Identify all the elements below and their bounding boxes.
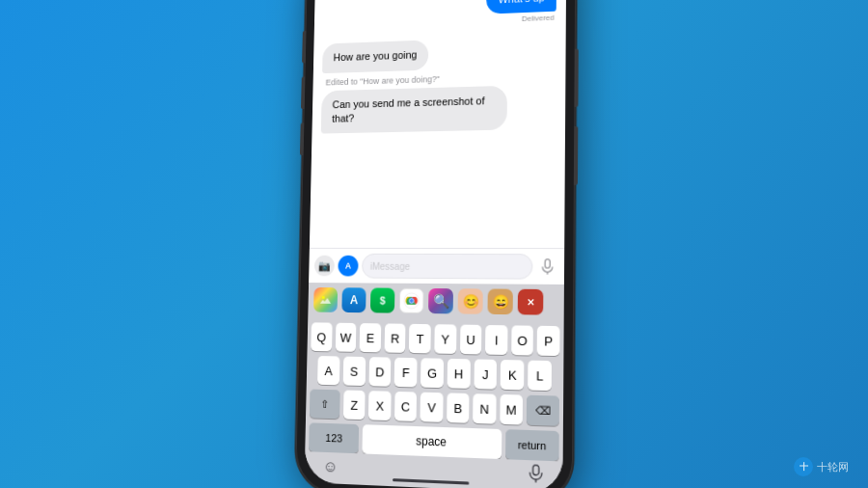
key-B[interactable]: B (447, 393, 470, 422)
numbers-key[interactable]: 123 (309, 422, 360, 453)
svg-rect-8 (533, 465, 539, 475)
appstore-icon[interactable]: A (338, 256, 358, 277)
key-M[interactable]: M (500, 394, 523, 425)
key-P[interactable]: P (537, 326, 559, 356)
app-icon-appstore[interactable]: A (341, 287, 366, 312)
space-key[interactable]: space (363, 424, 502, 459)
svg-rect-0 (545, 259, 550, 268)
keyboard: Q W E R T Y U I O P A S D F G (305, 316, 563, 461)
key-R[interactable]: R (384, 323, 405, 352)
key-W[interactable]: W (335, 323, 356, 352)
key-J[interactable]: J (474, 359, 497, 389)
imessage-input[interactable]: iMessage (362, 254, 532, 280)
app-icon-memoji-face1[interactable]: 😊 (458, 288, 483, 314)
keyboard-row-2: A S D F G H J K L (311, 356, 560, 392)
app-icon-photos[interactable] (313, 287, 338, 312)
key-D[interactable]: D (368, 357, 392, 387)
key-F[interactable]: F (394, 358, 418, 388)
key-G[interactable]: G (420, 358, 444, 388)
delete-key[interactable]: ⌫ (527, 395, 559, 426)
edited-label: Edited to "How are you doing?" (326, 74, 440, 87)
key-U[interactable]: U (460, 325, 482, 355)
watermark-text: 十轮网 (817, 460, 849, 474)
key-H[interactable]: H (448, 359, 471, 389)
app-icon-cash[interactable]: $ (370, 287, 394, 312)
key-N[interactable]: N (473, 393, 496, 424)
return-key[interactable]: return (505, 429, 559, 461)
key-C[interactable]: C (394, 392, 417, 421)
key-I[interactable]: I (485, 325, 507, 355)
key-Y[interactable]: Y (434, 324, 456, 354)
shift-key[interactable]: ⇧ (310, 390, 340, 420)
key-O[interactable]: O (511, 325, 533, 355)
key-E[interactable]: E (360, 323, 381, 352)
emoji-icon[interactable]: ☺ (323, 458, 339, 476)
watermark: 十 十轮网 (794, 457, 849, 476)
received-bubble-1: How are you going (322, 41, 428, 73)
phone-body: What's up Delivered How are you going Ed… (295, 0, 577, 488)
audio-icon[interactable] (536, 256, 558, 278)
phone-wrapper: What's up Delivered How are you going Ed… (295, 0, 577, 488)
keyboard-row-3: ⇧ Z X C V B N M ⌫ (310, 390, 559, 426)
watermark-logo: 十 (794, 457, 813, 476)
key-Q[interactable]: Q (311, 322, 332, 351)
app-icon-more[interactable]: ✕ (518, 289, 544, 315)
key-V[interactable]: V (420, 393, 444, 422)
key-A[interactable]: A (317, 356, 339, 385)
svg-point-3 (322, 296, 325, 299)
key-L[interactable]: L (528, 361, 552, 392)
key-Z[interactable]: Z (343, 390, 366, 420)
app-icon-memoji-face2[interactable]: 😄 (487, 288, 512, 314)
received-bubble-2: Can you send me a screenshot of that? (321, 85, 507, 133)
app-icons-row: A $ 🔍 😊 (308, 283, 564, 320)
mic-icon[interactable] (529, 464, 543, 487)
key-K[interactable]: K (501, 360, 524, 390)
delivered-label: Delivered (522, 14, 555, 23)
key-S[interactable]: S (342, 357, 365, 386)
svg-point-2 (319, 293, 332, 307)
key-X[interactable]: X (368, 391, 391, 420)
phone-screen: What's up Delivered How are you going Ed… (305, 0, 567, 488)
input-placeholder: iMessage (370, 260, 410, 271)
home-indicator (393, 478, 469, 485)
input-bar: 📷 A iMessage (309, 248, 564, 285)
messages-area: What's up Delivered How are you going Ed… (310, 0, 566, 248)
camera-icon[interactable]: 📷 (314, 256, 335, 277)
sent-bubble: What's up (487, 0, 556, 14)
keyboard-row-1: Q W E R T Y U I O P (311, 322, 559, 356)
app-icon-chrome[interactable] (399, 288, 424, 313)
key-T[interactable]: T (409, 324, 431, 354)
app-icon-memoji-search[interactable]: 🔍 (428, 288, 453, 313)
bottom-bar: ☺ (305, 451, 563, 488)
